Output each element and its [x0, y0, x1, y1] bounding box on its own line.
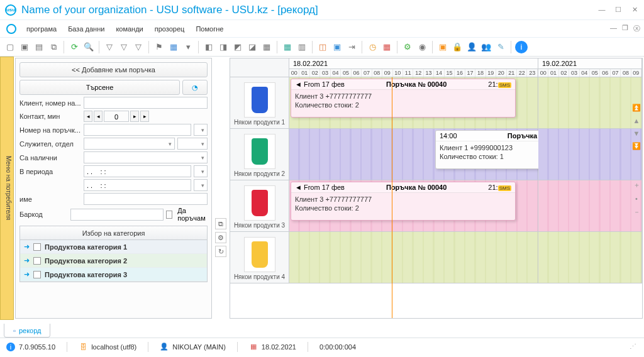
label-employee: Служител, отдел — [19, 140, 81, 148]
close-icon[interactable]: ✕ — [630, 6, 639, 14]
contact-inc2[interactable]: ▸ — [140, 111, 149, 122]
tool-copy-icon[interactable]: ⧉ — [47, 41, 60, 53]
tab-record[interactable]: ▫рекорд — [4, 324, 50, 338]
zoom-out-icon[interactable]: － — [633, 207, 640, 217]
info-icon: i — [6, 343, 15, 351]
tool-search-icon[interactable]: 🔍 — [82, 41, 95, 53]
tool-save-icon[interactable]: ▤ — [33, 41, 45, 53]
order-card-1[interactable]: ◄ From 17 февПоръчка № 0004021:SMS Клиен… — [291, 79, 516, 118]
mdi-minimize-icon[interactable]: — — [610, 24, 617, 33]
orderno-dd[interactable] — [194, 124, 208, 136]
user-menu-tab[interactable]: Меню на потребителя — [0, 57, 14, 320]
available-dd[interactable] — [84, 151, 208, 163]
tool-chart-icon[interactable]: ▥ — [296, 41, 308, 53]
tool-filter3-icon[interactable]: ▽ — [132, 41, 145, 53]
hour-cell: 07 — [362, 69, 372, 77]
menu-help[interactable]: Помогне — [191, 23, 228, 35]
menu-database[interactable]: База данни — [63, 23, 109, 35]
zoom-in-icon[interactable]: ＋ — [633, 180, 640, 190]
tool-filter1-icon[interactable]: ▽ — [103, 41, 116, 53]
hour-cell: 10 — [393, 69, 403, 77]
tool-lock-icon[interactable]: 🔒 — [451, 41, 464, 53]
maximize-icon[interactable]: ☐ — [614, 6, 623, 14]
employee-dd[interactable] — [84, 138, 175, 150]
category-row-1[interactable]: ➜Продуктова категория 1 — [20, 240, 207, 254]
period-from-dd[interactable] — [194, 165, 208, 177]
side-copy-icon[interactable]: ⧉ — [215, 218, 226, 229]
contact-dec2[interactable]: ◂ — [94, 111, 103, 122]
tool-flag-icon[interactable]: ⚑ — [153, 41, 165, 53]
tool-info-icon[interactable]: i — [515, 41, 528, 53]
cat3-checkbox[interactable] — [33, 271, 41, 278]
tool-brush-icon[interactable]: ✎ — [494, 41, 507, 53]
hour-cell: 09 — [631, 69, 641, 77]
row1-label: Някои продукти 1 — [234, 119, 285, 126]
tool-g-icon[interactable]: ▣ — [331, 41, 343, 53]
client-input[interactable] — [84, 97, 208, 109]
period-to-dd[interactable] — [194, 179, 208, 191]
tool-filter2-icon[interactable]: ▽ — [118, 41, 130, 53]
tool-b-icon[interactable]: ◨ — [217, 41, 230, 53]
menu-commands[interactable]: команди — [111, 23, 148, 35]
hour-cell: 03 — [569, 69, 579, 77]
hour-cell: 21 — [507, 69, 517, 77]
cat1-checkbox[interactable] — [33, 243, 41, 251]
mdi-restore-icon[interactable]: ❐ — [622, 24, 628, 33]
tool-colorwheel-icon[interactable]: ◉ — [416, 41, 428, 53]
hour-cell: 19 — [486, 69, 496, 77]
expand-icon: ➜ — [24, 256, 30, 265]
orderno-input[interactable] — [84, 124, 191, 136]
search-button[interactable]: Търсене — [19, 80, 180, 95]
contact-dec[interactable]: ◂ — [84, 111, 92, 122]
resize-grip-icon[interactable]: ⋰ — [630, 343, 638, 351]
minimize-icon[interactable]: — — [597, 6, 606, 14]
tool-a-icon[interactable]: ◧ — [203, 41, 215, 53]
category-row-2[interactable]: ➜Продуктова категория 2 — [20, 254, 207, 268]
add-to-order-button[interactable]: << Добавяне към поръчка — [19, 62, 208, 77]
tool-image-icon[interactable]: ▦ — [167, 41, 180, 53]
name-input[interactable] — [84, 193, 208, 205]
hour-cell: 05 — [341, 69, 351, 77]
tool-user1-icon[interactable]: 👤 — [465, 41, 478, 53]
side-gear-icon[interactable]: ⚙ — [215, 232, 226, 243]
tool-gear-icon[interactable]: ⚙ — [401, 41, 414, 53]
scroll-down-icon[interactable]: ▼ — [633, 129, 640, 137]
period-from[interactable] — [84, 165, 191, 177]
hour-cell: 03 — [320, 69, 330, 77]
toolbar: ▢ ▣ ▤ ⧉ ⟳ 🔍 ▽ ▽ ▽ ⚑ ▦ ▾ ◧ ◨ ◩ ◪ ▦ ▦ ▥ ◫ … — [0, 38, 644, 57]
tool-open-icon[interactable]: ▣ — [18, 41, 31, 53]
to-order-checkbox[interactable] — [166, 211, 173, 219]
row4-label: Някои продукти 4 — [234, 273, 285, 280]
contact-value: 0 — [104, 111, 129, 122]
side-refresh-icon[interactable]: ↻ — [215, 246, 226, 257]
tool-clock-icon[interactable]: ◷ — [366, 41, 379, 53]
category-row-3[interactable]: ➜Продуктова категория 3 — [20, 268, 207, 282]
scroll-up-icon[interactable]: ⏫ — [632, 104, 641, 112]
zoom-reset-icon[interactable]: • — [635, 195, 638, 202]
tool-refresh-icon[interactable]: ⟳ — [68, 41, 80, 53]
tool-dropdown-icon[interactable]: ▾ — [182, 41, 194, 53]
label-barcode: Баркод — [19, 211, 68, 218]
cat2-checkbox[interactable] — [33, 257, 41, 265]
barcode-input[interactable] — [70, 209, 164, 221]
mdi-close-icon[interactable]: ⓧ — [633, 24, 640, 33]
tool-rss-icon[interactable]: ▣ — [436, 41, 449, 53]
tool-user2-icon[interactable]: 👥 — [480, 41, 492, 53]
contact-inc[interactable]: ▸ — [130, 111, 139, 122]
scroll-down2-icon[interactable]: ⏬ — [632, 142, 641, 150]
tool-excel-icon[interactable]: ▦ — [281, 41, 294, 53]
dept-dd[interactable] — [177, 138, 208, 150]
menu-window[interactable]: прозорец — [150, 23, 190, 35]
tool-exit-icon[interactable]: ⇥ — [345, 41, 358, 53]
tool-new-icon[interactable]: ▢ — [4, 41, 16, 53]
order-card-3[interactable]: ◄ From 17 февПоръчка № 0004021:SMS Клиен… — [291, 182, 516, 221]
search-options-button[interactable]: ◔ — [182, 80, 208, 95]
scroll-up2-icon[interactable]: ▲ — [633, 117, 640, 124]
tool-f-icon[interactable]: ◫ — [316, 41, 329, 53]
period-to[interactable] — [84, 179, 191, 191]
menu-program[interactable]: програма — [21, 23, 62, 35]
tool-c-icon[interactable]: ◩ — [231, 41, 244, 53]
tool-calendar-icon[interactable]: ▦ — [380, 41, 393, 53]
tool-d-icon[interactable]: ◪ — [246, 41, 258, 53]
tool-e-icon[interactable]: ▦ — [260, 41, 273, 53]
